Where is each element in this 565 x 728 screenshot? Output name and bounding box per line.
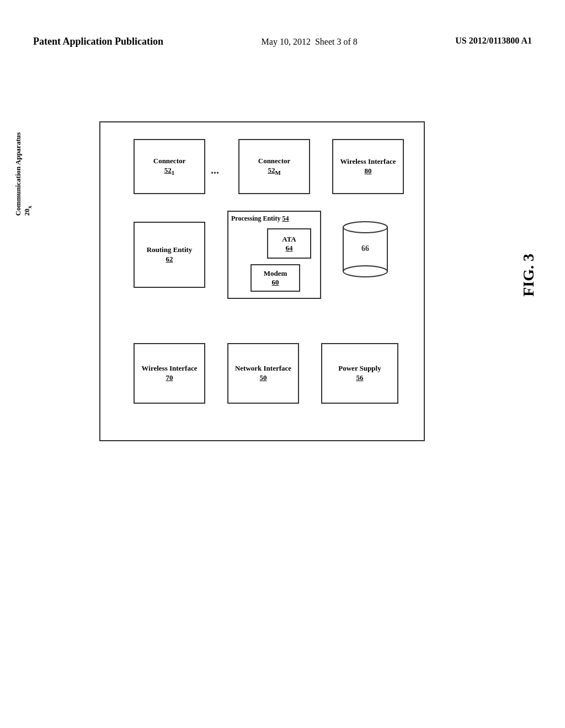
connector-1-box: Connector 521 <box>134 139 205 194</box>
wireless-80-number: 80 <box>365 167 372 176</box>
routing-label: Routing Entity <box>147 245 193 255</box>
ata-label: ATA <box>282 235 296 244</box>
element-66: 66 <box>338 219 393 280</box>
connector-1-label: Connector <box>153 157 186 166</box>
modem-box: Modem 60 <box>250 264 300 292</box>
publication-title: Patent Application Publication <box>33 36 163 47</box>
wireless-70-label: Wireless Interface <box>142 364 198 373</box>
page-header: Patent Application Publication May 10, 2… <box>0 36 565 48</box>
routing-box: Routing Entity 62 <box>134 222 205 288</box>
outer-box: Connector 521 ... Connector 52M Wireless… <box>99 121 425 441</box>
modem-number: 60 <box>272 278 279 287</box>
wireless-80-label: Wireless Interface <box>340 157 396 167</box>
processing-label: Processing Entity 54 <box>231 215 289 223</box>
power-56-box: Power Supply 56 <box>321 343 398 404</box>
svg-point-1 <box>343 222 387 233</box>
network-50-number: 50 <box>260 373 267 383</box>
connector-1-number: 521 <box>164 166 174 176</box>
fig-label: FIG. 3 <box>520 254 537 297</box>
modem-label: Modem <box>264 269 287 278</box>
wireless-70-number: 70 <box>166 373 173 383</box>
connector-m-box: Connector 52M <box>238 139 310 194</box>
publication-date-sheet: May 10, 2012 Sheet 3 of 8 <box>262 36 358 48</box>
network-50-box: Network Interface 50 <box>227 343 299 404</box>
svg-point-2 <box>343 266 387 277</box>
wireless-80-box: Wireless Interface 80 <box>332 139 404 194</box>
publication-number: US 2012/0113800 A1 <box>455 36 532 46</box>
connector-m-label: Connector <box>258 157 291 166</box>
network-50-label: Network Interface <box>235 364 291 373</box>
ata-number: 64 <box>286 244 293 253</box>
power-56-number: 56 <box>356 373 364 383</box>
routing-number: 62 <box>166 255 173 264</box>
connector-m-number: 52M <box>268 166 280 176</box>
comm-apparatus-label: Communication Apparatus 20x <box>14 132 33 216</box>
wireless-70-box: Wireless Interface 70 <box>134 343 205 404</box>
processing-outer-box: Processing Entity 54 ATA 64 Modem 60 <box>227 211 321 299</box>
ellipsis: ... <box>211 164 219 176</box>
diagram-area: Communication Apparatus 20x Connector 52… <box>55 121 430 441</box>
power-56-label: Power Supply <box>338 364 381 373</box>
svg-text:66: 66 <box>361 244 369 253</box>
ata-box: ATA 64 <box>267 228 311 259</box>
